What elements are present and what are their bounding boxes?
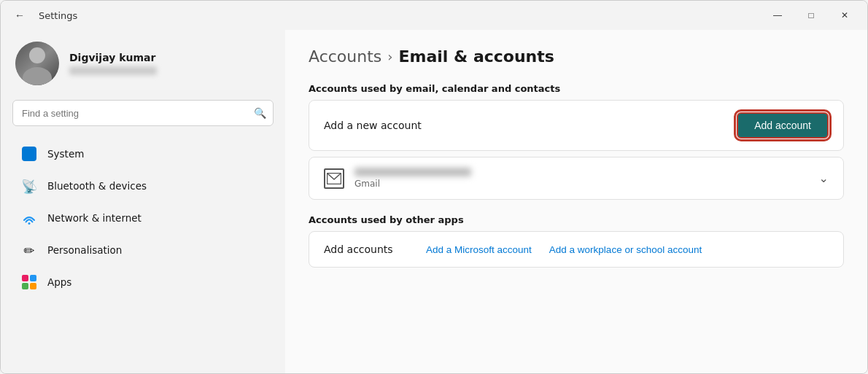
breadcrumb: Accounts › Email & accounts bbox=[309, 47, 844, 66]
window-controls: — □ ✕ bbox=[761, 4, 861, 27]
other-apps-card: Add accounts Add a Microsoft account Add… bbox=[309, 231, 844, 268]
avatar-image bbox=[15, 42, 59, 85]
user-info: Digvijay kumar bbox=[69, 52, 157, 75]
content-area: Accounts › Email & accounts Accounts use… bbox=[285, 30, 867, 373]
breadcrumb-separator: › bbox=[387, 49, 392, 64]
add-account-row: Add a new account Add account bbox=[309, 101, 843, 150]
main-layout: Digvijay kumar 🔍 System 📡 Blu bbox=[1, 30, 867, 373]
gmail-info: Gmail bbox=[354, 168, 471, 189]
section2-label: Accounts used by other apps bbox=[309, 214, 844, 225]
sidebar-item-system[interactable]: System bbox=[7, 139, 279, 169]
sidebar-item-network-label: Network & internet bbox=[47, 212, 142, 224]
app-title: Settings bbox=[39, 10, 77, 21]
add-account-button[interactable]: Add account bbox=[737, 112, 829, 139]
section1-label: Accounts used by email, calendar and con… bbox=[309, 83, 844, 94]
system-icon bbox=[21, 146, 37, 162]
sidebar-item-bluetooth[interactable]: 📡 Bluetooth & devices bbox=[7, 171, 279, 201]
add-microsoft-account-button[interactable]: Add a Microsoft account bbox=[426, 244, 532, 255]
sidebar-item-apps-label: Apps bbox=[47, 276, 71, 288]
user-name: Digvijay kumar bbox=[69, 52, 157, 63]
sidebar-item-network[interactable]: Network & internet bbox=[7, 203, 279, 233]
search-input[interactable] bbox=[12, 100, 274, 126]
sidebar-item-apps[interactable]: Apps bbox=[7, 267, 279, 297]
sidebar-item-personalisation-label: Personalisation bbox=[47, 244, 122, 256]
breadcrumb-current: Email & accounts bbox=[399, 47, 554, 66]
svg-point-0 bbox=[28, 222, 31, 225]
bluetooth-icon: 📡 bbox=[21, 178, 37, 194]
close-button[interactable]: ✕ bbox=[828, 4, 861, 27]
maximize-button[interactable]: □ bbox=[794, 4, 828, 27]
sidebar-item-personalisation[interactable]: ✏️ Personalisation bbox=[7, 235, 279, 265]
settings-window: ← Settings — □ ✕ Digvijay kumar bbox=[0, 0, 868, 374]
user-email bbox=[69, 66, 157, 75]
gmail-email bbox=[354, 168, 471, 176]
gmail-type: Gmail bbox=[354, 179, 471, 189]
minimize-button[interactable]: — bbox=[761, 4, 794, 27]
sidebar: Digvijay kumar 🔍 System 📡 Blu bbox=[1, 30, 285, 373]
title-bar: ← Settings — □ ✕ bbox=[1, 1, 867, 30]
search-box: 🔍 bbox=[12, 100, 274, 126]
add-new-account-label: Add a new account bbox=[324, 120, 422, 131]
mail-icon bbox=[324, 168, 344, 189]
apps-icon bbox=[21, 274, 37, 290]
avatar bbox=[15, 42, 59, 85]
sidebar-item-system-label: System bbox=[47, 148, 84, 160]
network-icon bbox=[21, 210, 37, 226]
other-apps-links: Add a Microsoft account Add a workplace … bbox=[426, 244, 702, 255]
back-button[interactable]: ← bbox=[9, 5, 30, 26]
title-bar-left: ← Settings bbox=[9, 5, 77, 26]
add-accounts-label: Add accounts bbox=[324, 244, 411, 255]
sidebar-item-bluetooth-label: Bluetooth & devices bbox=[47, 180, 147, 192]
other-apps-row: Add accounts Add a Microsoft account Add… bbox=[309, 232, 843, 267]
personalisation-icon: ✏️ bbox=[21, 242, 37, 258]
user-profile: Digvijay kumar bbox=[1, 30, 285, 100]
add-workplace-account-button[interactable]: Add a workplace or school account bbox=[549, 244, 702, 255]
add-account-card: Add a new account Add account bbox=[309, 100, 844, 151]
gmail-left: Gmail bbox=[324, 168, 471, 189]
gmail-expand-icon[interactable]: ⌄ bbox=[819, 171, 829, 185]
gmail-row: Gmail ⌄ bbox=[309, 157, 843, 199]
breadcrumb-parent[interactable]: Accounts bbox=[309, 47, 381, 66]
gmail-card: Gmail ⌄ bbox=[309, 157, 844, 200]
